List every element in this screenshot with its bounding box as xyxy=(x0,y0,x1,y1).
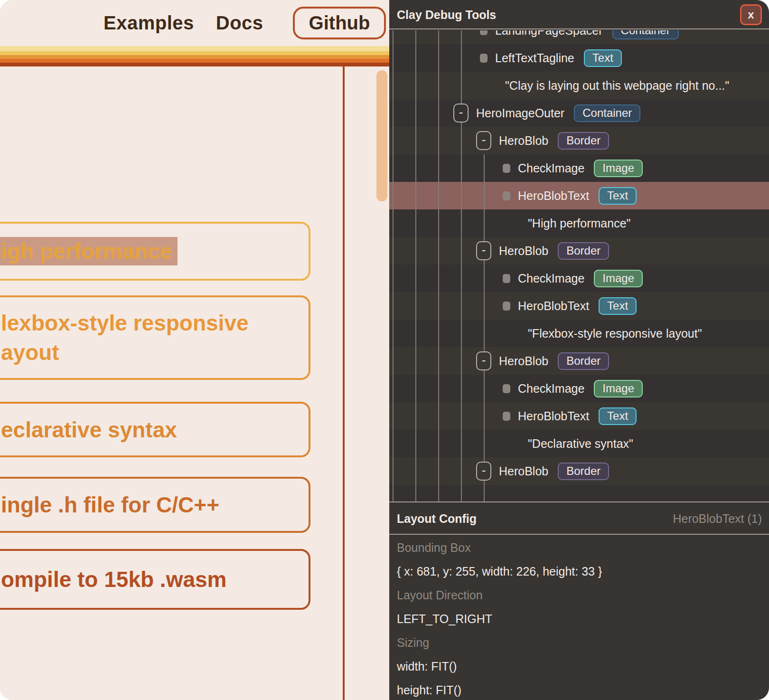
app-window: Examples Docs Github igh performancelexb… xyxy=(0,0,769,700)
badge-image: Image xyxy=(594,160,643,177)
tree-node-label: CheckImage xyxy=(518,272,584,285)
indent-guide xyxy=(438,30,439,501)
feature-box: igh performance xyxy=(0,222,310,281)
badge-border: Border xyxy=(558,463,609,480)
config-section-label: Layout Direction xyxy=(397,583,762,607)
vertical-divider xyxy=(343,66,345,700)
tree-node-label: CheckImage xyxy=(518,382,584,396)
bullet-icon xyxy=(503,302,510,311)
tree-node-label: CheckImage xyxy=(518,161,584,175)
tree-node-label: HeroImageOuter xyxy=(476,106,564,120)
bullet-icon xyxy=(503,191,510,200)
tree-row-spacer xyxy=(389,485,769,502)
badge-container: Container xyxy=(574,104,640,122)
tree-node-label: HeroBlobText xyxy=(518,189,589,203)
tree-text-row: "Declarative syntax" xyxy=(389,430,769,457)
tree-node-label: HeroBlobText xyxy=(518,299,589,313)
badge-border: Border xyxy=(558,132,609,150)
debug-panel-title: Clay Debug Tools xyxy=(397,0,496,29)
bullet-icon xyxy=(503,384,510,393)
feature-box: ompile to 15kb .wasm xyxy=(0,549,310,610)
tree-node-label: LeftTextTagline xyxy=(495,51,574,65)
config-value: width: FIT() xyxy=(397,654,762,678)
config-value: { x: 681, y: 255, width: 226, height: 33… xyxy=(397,559,762,583)
layout-config-bar: Layout Config HeroBlobText (1) xyxy=(389,503,769,535)
feature-box-text: ingle .h file for C/C++ xyxy=(1,490,309,520)
tree-node-label: HeroBlob xyxy=(499,354,548,368)
tree-node-CheckImage[interactable]: CheckImageImage xyxy=(389,375,769,402)
tree-text-value: "Flexbox-style responsive layout" xyxy=(528,327,702,341)
feature-box-text: ayout xyxy=(1,338,309,367)
bullet-icon xyxy=(503,412,510,421)
badge-container: Container xyxy=(612,30,679,39)
config-section-label: Bounding Box xyxy=(397,536,762,559)
badge-border: Border xyxy=(558,242,609,260)
top-nav: Examples Docs Github xyxy=(0,0,389,46)
layout-config-details: Bounding Box{ x: 681, y: 255, width: 226… xyxy=(397,536,762,700)
selection-highlight: igh performance xyxy=(0,237,178,265)
stripe-band xyxy=(0,55,389,59)
feature-box: eclarative syntax xyxy=(0,402,310,457)
tree-text-row: "Clay is laying out this webpage right n… xyxy=(389,72,769,99)
tree-text-value: "High performance" xyxy=(528,217,630,230)
tree-node-LandingPageSpacer[interactable]: LandingPageSpacerContainer xyxy=(389,30,769,44)
clay-website-page: Examples Docs Github igh performancelexb… xyxy=(0,0,389,700)
github-button[interactable]: Github xyxy=(293,7,386,39)
tree-text-value: "Declarative syntax" xyxy=(528,437,633,451)
tree-node-HeroBlob[interactable]: -HeroBlobBorder xyxy=(389,347,769,375)
tree-node-HeroBlob[interactable]: -HeroBlobBorder xyxy=(389,457,769,485)
badge-image: Image xyxy=(594,380,643,397)
tree-text-value: "Clay is laying out this webpage right n… xyxy=(505,79,729,93)
bullet-icon xyxy=(503,274,510,283)
collapse-button[interactable]: - xyxy=(476,462,491,481)
tree-node-HeroBlobText[interactable]: HeroBlobTextText xyxy=(389,402,769,430)
feature-box-text: ompile to 15kb .wasm xyxy=(1,565,309,594)
tree-node-label: HeroBlobText xyxy=(518,409,589,423)
indent-guide xyxy=(393,30,394,501)
stripe-band xyxy=(0,63,389,66)
tree-node-label: HeroBlob xyxy=(499,244,548,258)
tree-node-CheckImage[interactable]: CheckImageImage xyxy=(389,154,769,182)
bullet-icon xyxy=(503,164,510,173)
stripe-band xyxy=(0,51,389,55)
stripe-band xyxy=(0,59,389,63)
tree-text-row: "High performance" xyxy=(389,209,769,237)
indent-guide xyxy=(461,30,462,501)
badge-text: Text xyxy=(599,297,637,315)
collapse-button[interactable]: - xyxy=(476,131,491,150)
badge-image: Image xyxy=(594,270,643,287)
collapse-button[interactable]: - xyxy=(453,104,469,123)
feature-box: lexbox-style responsiveayout xyxy=(0,295,310,380)
tree-node-label: LandingPageSpacer xyxy=(495,30,603,38)
element-tree: LandingPageSpacerContainerLeftTextTaglin… xyxy=(389,30,769,502)
rainbow-stripe xyxy=(0,46,389,66)
nav-link-docs[interactable]: Docs xyxy=(216,12,263,34)
clay-debug-tools-panel: Clay Debug Tools x LandingPageSpacerCont… xyxy=(389,0,769,700)
indent-guide xyxy=(415,30,416,501)
indent-guide xyxy=(484,154,485,501)
tree-node-LeftTextTagline[interactable]: LeftTextTaglineText xyxy=(389,44,769,72)
tree-node-HeroImageOuter[interactable]: -HeroImageOuterContainer xyxy=(389,99,769,127)
tree-node-label: HeroBlob xyxy=(499,464,548,478)
tree-node-HeroBlob[interactable]: -HeroBlobBorder xyxy=(389,127,769,154)
close-button[interactable]: x xyxy=(740,4,762,25)
layout-config-title: Layout Config xyxy=(397,512,477,526)
tree-text-row: "Flexbox-style responsive layout" xyxy=(389,320,769,347)
config-section-label: Sizing xyxy=(397,631,762,654)
tree-node-HeroBlobText[interactable]: HeroBlobTextText xyxy=(389,182,769,209)
tree-node-HeroBlob[interactable]: -HeroBlobBorder xyxy=(389,237,769,265)
collapse-button[interactable]: - xyxy=(476,351,491,370)
badge-text: Text xyxy=(584,49,622,67)
tree-node-label: HeroBlob xyxy=(499,134,548,148)
tree-node-CheckImage[interactable]: CheckImageImage xyxy=(389,265,769,292)
stripe-band xyxy=(0,46,389,51)
collapse-button[interactable]: - xyxy=(476,241,491,260)
tree-node-HeroBlobText[interactable]: HeroBlobTextText xyxy=(389,292,769,320)
feature-box: ingle .h file for C/C++ xyxy=(0,477,310,533)
bullet-icon xyxy=(480,54,488,63)
selected-element-label: HeroBlobText (1) xyxy=(673,512,762,526)
nav-link-examples[interactable]: Examples xyxy=(103,12,194,34)
debug-panel-header: Clay Debug Tools x xyxy=(389,0,769,29)
badge-text: Text xyxy=(599,407,637,425)
scrollbar-thumb[interactable] xyxy=(376,70,387,201)
